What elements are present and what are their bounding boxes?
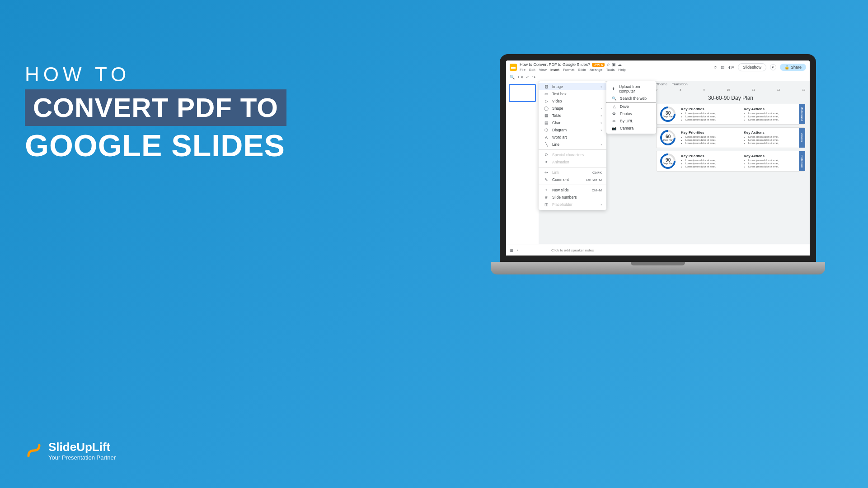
app-header: ▬ How to Convert PDF to Google Slides? .… xyxy=(506,60,810,74)
table-icon: ▦ xyxy=(543,113,549,118)
drive-icon: △ xyxy=(611,104,617,109)
menu-bar: File Edit View Insert Format Slide Arran… xyxy=(520,68,711,72)
col-priorities: Key PrioritiesLorem ipsum dolor sit amet… xyxy=(681,130,738,145)
laptop-base xyxy=(491,262,825,274)
undo-button[interactable]: ↶ xyxy=(526,75,530,79)
tab-transition[interactable]: Transition xyxy=(672,82,688,86)
cloud-icon[interactable]: ☁ xyxy=(618,62,622,67)
dropdown-item-image[interactable]: 🖼Image› xyxy=(539,83,606,90)
slideshow-dropdown[interactable]: ▾ xyxy=(770,64,776,70)
image-submenu: ⬆Upload from computer🔍Search the web△Dri… xyxy=(606,81,656,134)
plan-row-60[interactable]: 60Days PlanKey PrioritiesLorem ipsum dol… xyxy=(656,127,805,148)
comments-icon[interactable]: ▤ xyxy=(721,65,725,70)
word-art-icon: A xyxy=(543,135,549,139)
laptop-screen: ▬ How to Convert PDF to Google Slides? .… xyxy=(500,54,816,262)
special-characters-icon: Ω xyxy=(543,153,549,157)
dropdown-item-comment[interactable]: ✎CommentCtrl+Alt+M xyxy=(539,176,606,183)
dropdown-item-slide-numbers[interactable]: #Slide numbers xyxy=(539,194,606,201)
upload-from-computer-icon: ⬆ xyxy=(611,87,616,91)
chevron-right-icon: › xyxy=(601,143,602,147)
speaker-notes-area[interactable]: ▦ ‹ Click to add speaker notes xyxy=(506,245,810,256)
menu-insert[interactable]: Insert xyxy=(550,68,559,72)
menu-file[interactable]: File xyxy=(520,68,525,72)
dropdown-item-line[interactable]: ╲Line› xyxy=(539,141,606,148)
dropdown-item-word-art[interactable]: AWord art xyxy=(539,134,606,141)
slide-thumbnail[interactable] xyxy=(509,84,536,102)
collapse-icon[interactable]: ‹ xyxy=(517,248,518,252)
day-circle-90: 90Days Plan xyxy=(657,150,679,172)
shape-icon: ◯ xyxy=(543,106,549,111)
slide-numbers-icon: # xyxy=(543,195,549,200)
brand-footer: SlideUpLift Your Presentation Partner xyxy=(25,440,116,461)
insert-dropdown: 🖼Image›▭Text box▷Video◯Shape›▦Table›▤Cha… xyxy=(539,81,606,210)
col-priorities: Key PrioritiesLorem ipsum dolor sit amet… xyxy=(681,154,738,168)
ruler: 78910111213 xyxy=(656,88,805,91)
dropdown-item-diagram[interactable]: ⬡Diagram› xyxy=(539,126,606,134)
slides-logo-icon[interactable]: ▬ xyxy=(510,64,517,71)
meet-icon[interactable]: ◐▾ xyxy=(728,65,734,70)
new-slide-button[interactable]: + ▾ xyxy=(517,75,523,79)
dropdown-item-animation[interactable]: ✦Animation xyxy=(539,158,606,166)
menu-slide[interactable]: Slide xyxy=(578,68,586,72)
menu-view[interactable]: View xyxy=(539,68,547,72)
star-icon[interactable]: ☆ xyxy=(606,62,610,67)
slide-title[interactable]: 30-60-90 Day Plan xyxy=(656,95,805,101)
dropdown-item-shape[interactable]: ◯Shape› xyxy=(539,105,606,112)
link-icon: ⇔ xyxy=(543,170,549,175)
dropdown-item-chart[interactable]: ▤Chart› xyxy=(539,119,606,126)
menu-edit[interactable]: Edit xyxy=(529,68,535,72)
search-icon[interactable]: 🔍 xyxy=(510,75,515,79)
folder-icon[interactable]: ▣ xyxy=(612,62,616,67)
phase-tab-assess: Assess xyxy=(799,128,805,148)
chevron-right-icon: › xyxy=(601,114,602,118)
dropdown-item-placeholder[interactable]: ◫Placeholder› xyxy=(539,201,606,208)
dropdown-item-drive[interactable]: △Drive xyxy=(606,103,656,110)
camera-icon: 📷 xyxy=(611,126,617,130)
chevron-right-icon: › xyxy=(601,203,602,207)
dropdown-item-search-the-web[interactable]: 🔍Search the web xyxy=(606,95,656,102)
pptx-badge: .PPTX xyxy=(592,63,605,67)
image-icon: 🖼 xyxy=(543,84,549,89)
laptop-mockup: ▬ How to Convert PDF to Google Slides? .… xyxy=(491,54,825,274)
dropdown-item-special-characters[interactable]: ΩSpecial characters xyxy=(539,151,606,158)
dropdown-item-new-slide[interactable]: +New slideCtrl+M xyxy=(539,186,606,194)
brand-tagline: Your Presentation Partner xyxy=(48,454,116,461)
menu-format[interactable]: Format xyxy=(563,68,574,72)
menu-help[interactable]: Help xyxy=(618,68,625,72)
hero-text: HOW TO CONVERT PDF TO GOOGLE SLIDES xyxy=(25,63,286,163)
dropdown-item-text-box[interactable]: ▭Text box xyxy=(539,90,606,98)
hero-line3: GOOGLE SLIDES xyxy=(25,128,286,163)
day-circle-60: 60Days Plan xyxy=(657,127,679,149)
doc-title-row: How to Convert PDF to Google Slides? .PP… xyxy=(520,62,711,67)
history-icon[interactable]: ↺ xyxy=(713,65,717,70)
by-url-icon: ⇔ xyxy=(611,119,617,123)
doc-title[interactable]: How to Convert PDF to Google Slides? xyxy=(520,62,590,67)
hero-line1: HOW TO xyxy=(25,63,286,86)
dropdown-item-link[interactable]: ⇔LinkCtrl+K xyxy=(539,169,606,176)
app-body: 1 🖼Image›▭Text box▷Video◯Shape›▦Table›▤C… xyxy=(506,81,810,244)
tab-theme[interactable]: Theme xyxy=(656,82,667,86)
chevron-right-icon: › xyxy=(601,128,602,132)
dropdown-item-camera[interactable]: 📷Camera xyxy=(606,125,656,132)
dropdown-item-video[interactable]: ▷Video xyxy=(539,98,606,105)
slide-number: 1 xyxy=(504,84,506,88)
chevron-right-icon: › xyxy=(601,107,602,111)
share-button[interactable]: 🔒Share xyxy=(780,64,806,71)
dropdown-item-table[interactable]: ▦Table› xyxy=(539,112,606,119)
dropdown-item-by-url[interactable]: ⇔By URL xyxy=(606,117,656,125)
slideshow-button[interactable]: Slideshow xyxy=(738,63,766,71)
redo-button[interactable]: ↷ xyxy=(532,75,536,79)
slide-canvas: 🖼Image›▭Text box▷Video◯Shape›▦Table›▤Cha… xyxy=(539,81,810,244)
side-panel-tabs: Theme Transition xyxy=(656,82,688,86)
col-priorities: Key PrioritiesLorem ipsum dolor sit amet… xyxy=(681,107,738,121)
plan-row-30[interactable]: 30Days PlanKey PrioritiesLorem ipsum dol… xyxy=(656,104,805,125)
menu-tools[interactable]: Tools xyxy=(606,68,615,72)
dropdown-item-upload-from-computer[interactable]: ⬆Upload from computer xyxy=(606,83,656,95)
menu-arrange[interactable]: Arrange xyxy=(590,68,602,72)
dropdown-item-photos[interactable]: ✿Photos xyxy=(606,110,656,117)
diagram-icon: ⬡ xyxy=(543,128,549,132)
header-actions: ↺ ▤ ◐▾ Slideshow ▾ 🔒Share xyxy=(713,63,806,71)
plan-row-90[interactable]: 90Days PlanKey PrioritiesLorem ipsum dol… xyxy=(656,151,805,172)
grid-view-icon[interactable]: ▦ xyxy=(510,248,513,252)
video-icon: ▷ xyxy=(543,99,549,103)
